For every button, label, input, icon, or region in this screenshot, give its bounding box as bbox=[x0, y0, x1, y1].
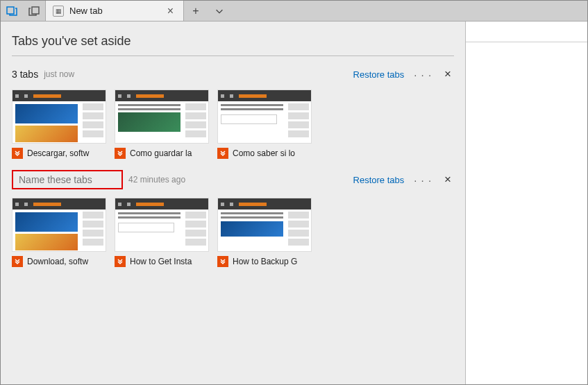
tabs-set-aside-icon[interactable] bbox=[1, 1, 23, 21]
address-bar-area[interactable] bbox=[466, 22, 587, 42]
site-badge-icon bbox=[12, 256, 23, 267]
thumbnail-preview bbox=[217, 89, 312, 144]
thumbnail-title: How to Backup G bbox=[233, 257, 312, 266]
thumbnail-preview bbox=[217, 198, 312, 252]
page-title: Tabs you've set aside bbox=[12, 30, 454, 56]
tab-thumbnail[interactable]: Download, softw bbox=[12, 198, 106, 267]
thumbnail-title: Como saber si lo bbox=[233, 148, 312, 158]
site-badge-icon bbox=[115, 256, 126, 267]
tab-close-icon[interactable]: × bbox=[165, 6, 176, 17]
tab-group: 3 tabs just now Restore tabs · · · × bbox=[12, 56, 454, 159]
set-tabs-aside-icon[interactable] bbox=[23, 1, 45, 21]
thumbnail-preview bbox=[115, 89, 209, 144]
more-icon[interactable]: · · · bbox=[410, 69, 436, 80]
tab-thumbnail[interactable]: Como guardar la bbox=[115, 89, 209, 159]
restore-tabs-link[interactable]: Restore tabs bbox=[353, 69, 405, 80]
tab-thumbnail[interactable]: Descargar, softw bbox=[12, 89, 106, 159]
tab-thumbnail[interactable]: Como saber si lo bbox=[217, 89, 312, 159]
thumbnail-title: Como guardar la bbox=[130, 148, 209, 158]
browser-tab[interactable]: ▦ New tab × bbox=[45, 1, 184, 21]
content-pane bbox=[466, 22, 587, 384]
tab-label: New tab bbox=[69, 6, 159, 16]
svg-rect-0 bbox=[7, 7, 14, 14]
tab-favicon: ▦ bbox=[53, 6, 64, 17]
set-aside-pane: Tabs you've set aside 3 tabs just now Re… bbox=[1, 22, 466, 384]
new-tab-button[interactable]: + bbox=[184, 1, 208, 21]
tab-menu-chevron-icon[interactable] bbox=[208, 1, 231, 21]
group-header: 42 minutes ago Restore tabs · · · × bbox=[12, 170, 454, 189]
titlebar: ▦ New tab × + bbox=[1, 1, 587, 22]
group-header: 3 tabs just now Restore tabs · · · × bbox=[12, 67, 454, 81]
tab-thumbnail[interactable]: How to Get Insta bbox=[115, 198, 209, 267]
site-badge-icon bbox=[12, 148, 23, 159]
group-name-input[interactable] bbox=[12, 170, 123, 189]
tab-thumbnail[interactable]: How to Backup G bbox=[217, 198, 312, 267]
restore-tabs-link[interactable]: Restore tabs bbox=[353, 175, 405, 185]
thumbnail-title: Download, softw bbox=[27, 257, 106, 266]
group-age: 42 minutes ago bbox=[128, 175, 185, 185]
group-age: just now bbox=[44, 69, 74, 79]
thumbnail-preview bbox=[12, 89, 106, 144]
site-badge-icon bbox=[217, 148, 228, 159]
site-badge-icon bbox=[115, 148, 126, 159]
more-icon[interactable]: · · · bbox=[410, 174, 436, 186]
group-count[interactable]: 3 tabs bbox=[12, 69, 38, 80]
thumbnail-preview bbox=[12, 198, 106, 252]
svg-rect-1 bbox=[32, 7, 39, 14]
close-icon[interactable]: × bbox=[442, 173, 454, 187]
site-badge-icon bbox=[217, 256, 228, 267]
thumbnail-title: How to Get Insta bbox=[130, 257, 209, 266]
thumbnail-preview bbox=[115, 198, 209, 252]
tab-group: 42 minutes ago Restore tabs · · · × bbox=[12, 159, 454, 267]
close-icon[interactable]: × bbox=[442, 67, 454, 81]
thumbnails-row: Descargar, softw bbox=[12, 89, 454, 159]
thumbnails-row: Download, softw bbox=[12, 198, 454, 267]
thumbnail-title: Descargar, softw bbox=[27, 148, 106, 158]
